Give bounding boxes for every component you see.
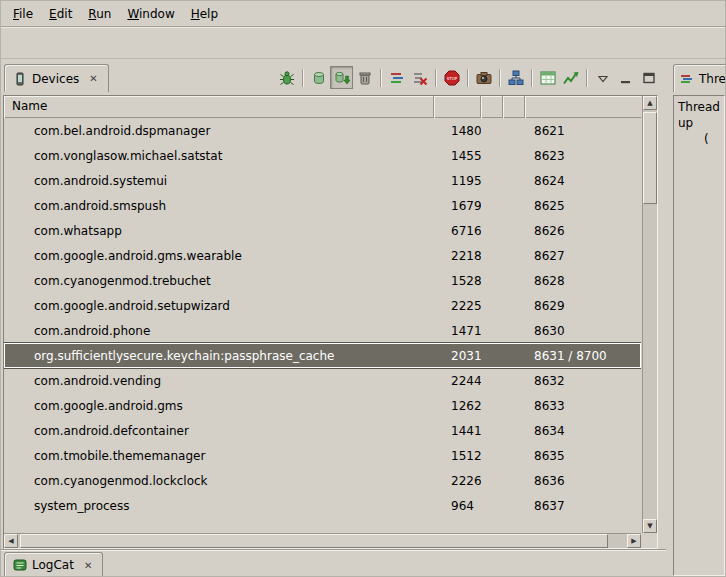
column-header-name[interactable]: Name <box>4 96 434 118</box>
process-pid: 1679 <box>434 199 481 213</box>
column-header-pid[interactable] <box>434 96 481 118</box>
scroll-up-icon[interactable]: ▲ <box>643 96 657 110</box>
process-pid: 22185 <box>434 249 481 263</box>
column-header-spacer-2[interactable] <box>503 96 525 118</box>
table-row[interactable]: com.google.android.setupwizard222508629 <box>4 293 641 318</box>
device-icon <box>13 72 27 86</box>
tab-logcat-label: LogCat <box>32 558 74 572</box>
cause-gc-icon[interactable] <box>353 66 376 89</box>
table-row[interactable]: system_process9648637 <box>4 493 641 518</box>
stop-method-profiling-icon[interactable] <box>408 66 431 89</box>
process-port: 8627 <box>525 249 641 263</box>
scroll-left-icon[interactable]: ◀ <box>4 534 18 548</box>
process-name: com.tmobile.thememanager <box>4 449 434 463</box>
menu-window[interactable]: Window <box>119 3 182 25</box>
vertical-scroll-thumb[interactable] <box>643 112 657 204</box>
column-header-port[interactable] <box>525 96 641 118</box>
table-row[interactable]: com.tmobile.thememanager15128635 <box>4 443 641 468</box>
table-row[interactable]: com.bel.android.dspmanager14808621 <box>4 118 641 143</box>
process-pid: 1512 <box>434 449 481 463</box>
tab-logcat[interactable]: LogCat ✕ <box>4 552 103 577</box>
process-pid: 20311 <box>434 349 481 363</box>
tab-devices-label: Devices <box>32 72 79 86</box>
table-row[interactable]: com.cyanogenmod.trebuchet15288628 <box>4 268 641 293</box>
close-icon[interactable]: ✕ <box>82 560 94 571</box>
menu-run[interactable]: Run <box>80 3 119 25</box>
update-threads-icon[interactable] <box>385 66 408 89</box>
tab-threads[interactable]: Threa <box>673 64 725 92</box>
top-toolbar-area <box>1 28 725 59</box>
close-icon[interactable]: ✕ <box>87 73 99 84</box>
table-row[interactable]: com.vonglasow.michael.satstat145538623 <box>4 143 641 168</box>
process-port: 8636 <box>525 474 641 488</box>
menu-help[interactable]: Help <box>183 3 226 25</box>
process-name: org.sufficientlysecure.keychain:passphra… <box>4 349 434 363</box>
maximize-icon[interactable] <box>637 66 660 89</box>
table-row[interactable]: com.google.android.gms.wearable221858627 <box>4 243 641 268</box>
scrollbar-corner <box>642 533 657 548</box>
process-pid: 22440 <box>434 374 481 388</box>
stop-process-icon[interactable]: STOP <box>440 66 463 89</box>
process-pid: 1480 <box>434 124 481 138</box>
tab-threads-label: Threa <box>699 72 725 86</box>
menu-edit[interactable]: Edit <box>41 3 80 25</box>
process-port: 8632 <box>525 374 641 388</box>
dump-hprof-icon[interactable] <box>330 66 353 89</box>
column-header-spacer-1[interactable] <box>481 96 503 118</box>
table-row[interactable]: com.android.phone14718630 <box>4 318 641 343</box>
dump-view-hierarchy-icon[interactable] <box>504 66 527 89</box>
table-row[interactable]: com.android.defcontainer144118634 <box>4 418 641 443</box>
tab-devices[interactable]: Devices ✕ <box>4 64 109 92</box>
process-name: com.whatsapp <box>4 224 434 238</box>
screen-capture-icon[interactable] <box>472 66 495 89</box>
process-name: com.android.phone <box>4 324 434 338</box>
table-row[interactable]: com.android.smspush16798625 <box>4 193 641 218</box>
debug-process-icon[interactable] <box>275 66 298 89</box>
process-pid: 22265 <box>434 474 481 488</box>
process-port: 8625 <box>525 199 641 213</box>
scroll-down-icon[interactable]: ▼ <box>643 519 657 533</box>
toolbar-separator <box>380 69 381 87</box>
update-heap-icon[interactable] <box>307 66 330 89</box>
vertical-scrollbar[interactable]: ▲ ▼ <box>642 96 657 533</box>
threads-message-line1: Thread up <box>678 99 720 131</box>
threads-icon <box>680 72 694 86</box>
horizontal-scroll-thumb[interactable] <box>20 534 608 548</box>
start-opengl-trace-icon[interactable] <box>559 66 582 89</box>
minimize-icon[interactable] <box>614 66 637 89</box>
devices-tabstrip: Devices ✕ STOP <box>1 60 666 95</box>
toolbar-separator <box>467 69 468 87</box>
table-row[interactable]: com.google.android.gms126238633 <box>4 393 641 418</box>
logcat-tabstrip: LogCat ✕ <box>1 549 666 576</box>
table-row[interactable]: com.android.systemui11958624 <box>4 168 641 193</box>
table-row[interactable]: com.android.vending224408632 <box>4 368 641 393</box>
table-row[interactable]: com.whatsapp67168626 <box>4 218 641 243</box>
process-port: 8628 <box>525 274 641 288</box>
horizontal-scrollbar[interactable]: ◀ ▶ <box>4 533 641 548</box>
threads-message-line2: ( <box>678 131 720 147</box>
process-port: 8623 <box>525 149 641 163</box>
devices-panel: Devices ✕ STOP Name com.bel.android.dspm… <box>1 60 666 576</box>
process-port: 8626 <box>525 224 641 238</box>
process-name: com.cyanogenmod.lockclock <box>4 474 434 488</box>
device-table-header: Name <box>4 96 641 118</box>
toolbar-separator <box>531 69 532 87</box>
process-port: 8630 <box>525 324 641 338</box>
process-port: 8634 <box>525 424 641 438</box>
process-name: com.vonglasow.michael.satstat <box>4 149 434 163</box>
toolbar-separator <box>499 69 500 87</box>
scroll-right-icon[interactable]: ▶ <box>627 534 641 548</box>
process-pid: 14411 <box>434 424 481 438</box>
process-port: 8635 <box>525 449 641 463</box>
process-port: 8624 <box>525 174 641 188</box>
view-menu-chevron-icon[interactable] <box>591 66 614 89</box>
menu-file[interactable]: File <box>5 3 41 25</box>
process-name: com.android.defcontainer <box>4 424 434 438</box>
process-pid: 964 <box>434 499 481 513</box>
table-row[interactable]: org.sufficientlysecure.keychain:passphra… <box>4 343 641 368</box>
process-name: com.bel.android.dspmanager <box>4 124 434 138</box>
network-statistics-icon[interactable] <box>536 66 559 89</box>
toolbar-separator <box>435 69 436 87</box>
table-row[interactable]: com.cyanogenmod.lockclock222658636 <box>4 468 641 493</box>
process-pid: 14553 <box>434 149 481 163</box>
